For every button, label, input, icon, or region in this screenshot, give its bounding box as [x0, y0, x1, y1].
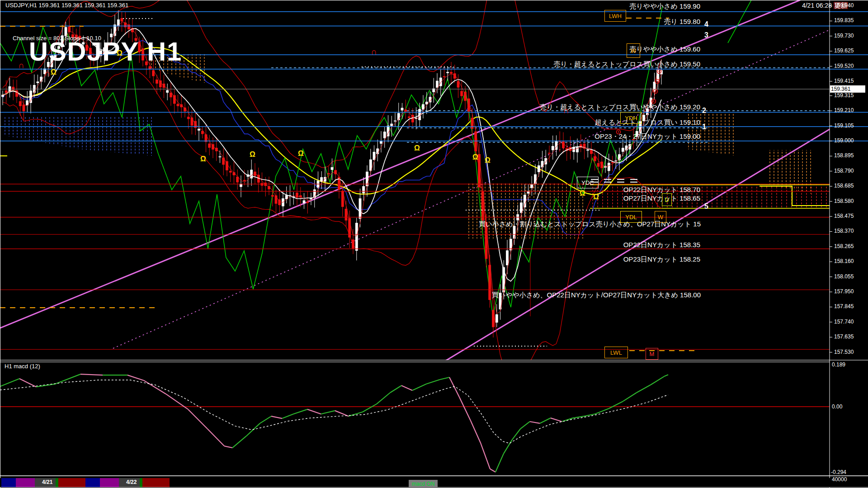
- pattern-number-label: 1: [702, 123, 706, 131]
- session-segment: [140, 478, 142, 487]
- macd-axis-label: 0.189: [832, 361, 845, 368]
- omega-buy-signal-icon: Ω: [200, 155, 206, 163]
- price-axis-label: 159.105: [834, 122, 854, 129]
- current-price-box: 159.361: [830, 85, 865, 93]
- price-axis-label: 158.265: [834, 243, 854, 249]
- arch-sell-signal-icon: ∩: [371, 47, 377, 57]
- candlesticks: [2, 10, 663, 338]
- price-axis-label: 158.895: [834, 152, 854, 159]
- timeline-date-label: 4/22: [126, 479, 137, 485]
- session-segment: [16, 478, 35, 487]
- price-level-annotation: 売りやや小さめ 159.90: [629, 2, 700, 11]
- price-axis-label: 159.415: [834, 78, 854, 84]
- macd-panel[interactable]: [0, 374, 830, 472]
- mt4-chart-window: USDJPY,H1 159.361 159.361 159.361 159.36…: [0, 0, 868, 488]
- marker-box-lwl: LWL: [604, 347, 628, 358]
- price-axis-label: 159.625: [834, 47, 854, 54]
- omega-buy-signal-icon: Ω: [414, 144, 420, 152]
- price-level-annotation: OP22日NYカット 158.35: [623, 241, 700, 249]
- macd-toggle-button[interactable]: macd ON: [409, 480, 438, 488]
- price-level-annotation: 売り 159.80: [664, 18, 700, 26]
- price-axis-label: 157.740: [834, 319, 854, 325]
- price-level-annotation: OP23日NYカット 158.25: [623, 255, 700, 264]
- price-level-annotation: 買い小さめ・割り込むとストップロス売り小さめ、OP27日NYカット 15: [479, 220, 701, 229]
- price-axis-label: 158.475: [834, 213, 854, 219]
- price-axis-label: 158.790: [834, 168, 854, 174]
- price-level-annotation: 売り・超えるとストップロス買いやや小さめ 159.20: [540, 103, 700, 112]
- session-segment: [100, 478, 119, 487]
- price-level-annotation: 買いやや小さめ、OP22日NYカット/OP27日NYカット大きめ 158.00: [492, 291, 701, 300]
- price-axis-label: 159.210: [834, 107, 854, 113]
- pattern-number-label: 5: [704, 202, 708, 211]
- price-axis-label: 159.940: [834, 2, 854, 9]
- arch-sell-signal-icon: ∩: [44, 69, 51, 79]
- price-axis-label: 157.635: [834, 333, 854, 340]
- macd-axis-label: 40000: [832, 476, 847, 483]
- price-axis-label: 158.055: [834, 273, 854, 280]
- marker-box-m: M: [646, 348, 658, 360]
- omega-buy-signal-icon: Ω: [580, 189, 585, 197]
- price-axis-label: 159.730: [834, 33, 854, 39]
- omega-buy-signal-icon: Ω: [51, 68, 57, 76]
- session-segment: [142, 478, 170, 487]
- pattern-number-label: 3: [704, 31, 708, 39]
- price-axis-label: 158.580: [834, 198, 854, 204]
- arch-sell-signal-icon: ∩: [18, 61, 24, 70]
- price-level-annotation: 超えるとストップロス買い 159.10: [594, 118, 700, 127]
- price-axis-label: 158.685: [834, 183, 854, 189]
- price-axis-label: 159.000: [834, 137, 854, 144]
- marker-box-ydl: YDL: [620, 211, 642, 223]
- price-level-annotation: 売り・超えるとストップロス買い小さめ 159.50: [553, 60, 700, 69]
- omega-buy-signal-icon: Ω: [485, 156, 491, 164]
- price-chart-canvas[interactable]: [0, 0, 868, 488]
- price-axis-label: 158.370: [834, 228, 854, 234]
- session-segment: [56, 478, 58, 487]
- marker-box-w: W: [627, 43, 640, 58]
- marker-box-w: W: [655, 211, 666, 223]
- omega-buy-signal-icon: Ω: [593, 193, 599, 201]
- price-axis-label: 159.315: [834, 92, 854, 99]
- pattern-number-label: 2: [702, 107, 706, 115]
- omega-buy-signal-icon: Ω: [117, 49, 123, 57]
- price-level-annotation: OP23・24・27日NYカット 159.00: [594, 132, 700, 141]
- marker-box-d: D: [662, 193, 672, 206]
- pattern-number-label: 4: [704, 20, 708, 28]
- timeline-date-label: 4/21: [42, 479, 52, 485]
- omega-buy-signal-icon: Ω: [472, 153, 478, 161]
- marker-box-ydh: YDH: [620, 112, 642, 124]
- price-axis-label: 157.845: [834, 303, 854, 310]
- omega-buy-signal-icon: Ω: [250, 150, 255, 159]
- session-segment: [85, 478, 100, 487]
- price-axis-label: 158.160: [834, 258, 854, 264]
- price-axis-label: 159.835: [834, 17, 854, 23]
- ichimoku-cloud-blue: [5, 117, 154, 156]
- macd-axis-label: -0.294: [831, 469, 846, 475]
- marker-box-lwh: LWH: [604, 10, 626, 22]
- session-segment: [58, 478, 85, 487]
- macd-axis-label: 0.00: [832, 404, 842, 410]
- marker-box-ydc: YDC: [577, 177, 599, 188]
- price-axis-label: 159.520: [834, 63, 854, 69]
- price-axis-label: 157.530: [834, 349, 854, 355]
- price-axis-label: 157.950: [834, 288, 854, 295]
- session-segment: [1, 478, 16, 487]
- omega-buy-signal-icon: Ω: [298, 150, 304, 158]
- main-chart-area[interactable]: [0, 0, 842, 384]
